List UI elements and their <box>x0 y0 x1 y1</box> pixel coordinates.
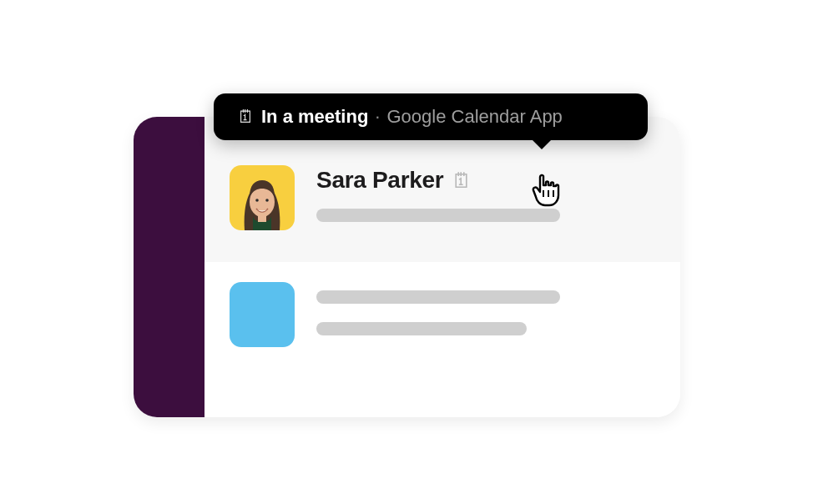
message-text-placeholder <box>316 290 560 304</box>
app-window: Sara Parker 🗓 <box>134 117 680 417</box>
message-list: Sara Parker 🗓 <box>205 117 680 417</box>
message-header: Sara Parker 🗓 <box>316 167 652 194</box>
message-content: Sara Parker 🗓 <box>316 165 652 240</box>
calendar-icon: 🗓 <box>237 107 255 127</box>
svg-point-2 <box>265 199 269 202</box>
svg-point-1 <box>255 199 259 202</box>
tooltip-app-name: Google Calendar App <box>386 106 562 128</box>
svg-rect-3 <box>258 214 266 222</box>
sidebar <box>134 117 205 417</box>
username[interactable]: Sara Parker <box>316 167 443 194</box>
message-text-placeholder <box>316 209 560 222</box>
status-tooltip: 🗓 In a meeting · Google Calendar App <box>214 93 648 140</box>
avatar[interactable] <box>230 165 295 230</box>
status-calendar-icon[interactable]: 🗓 <box>452 170 472 191</box>
tooltip-separator: · <box>375 106 380 128</box>
message-text-placeholder <box>316 322 527 335</box>
avatar-placeholder[interactable] <box>230 282 295 347</box>
message-content <box>316 282 652 335</box>
message-row <box>205 262 680 369</box>
tooltip-status-text: In a meeting <box>261 106 368 128</box>
